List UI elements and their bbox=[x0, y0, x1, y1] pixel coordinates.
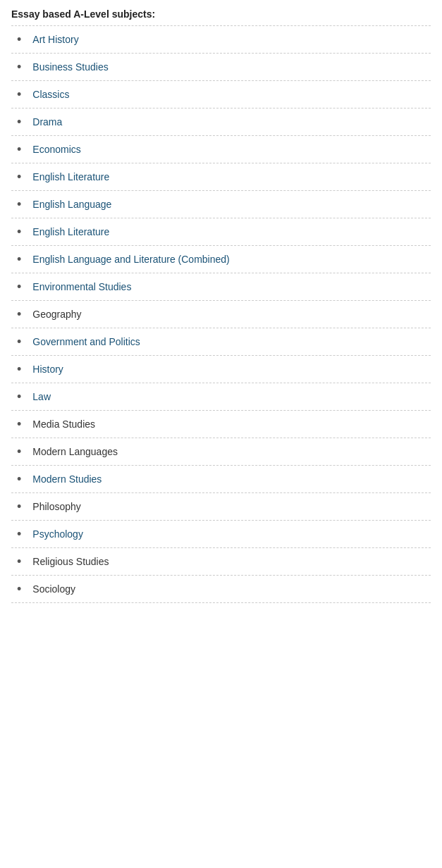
bullet-icon: • bbox=[17, 555, 21, 568]
subject-link[interactable]: Classics bbox=[32, 89, 69, 100]
bullet-icon: • bbox=[17, 143, 21, 156]
subject-link[interactable]: English Language and Literature (Combine… bbox=[32, 254, 229, 265]
list-item: •Classics bbox=[11, 81, 431, 108]
list-item: •Economics bbox=[11, 136, 431, 163]
subject-text: Modern Languages bbox=[32, 446, 118, 457]
bullet-icon: • bbox=[17, 61, 21, 73]
bullet-icon: • bbox=[17, 445, 21, 458]
bullet-icon: • bbox=[17, 116, 21, 128]
list-item: •English Language bbox=[11, 191, 431, 218]
bullet-icon: • bbox=[17, 88, 21, 101]
list-item: •English Literature bbox=[11, 163, 431, 191]
subject-link[interactable]: Modern Studies bbox=[32, 473, 102, 485]
list-item: •Environmental Studies bbox=[11, 273, 431, 301]
bullet-icon: • bbox=[17, 335, 21, 348]
list-item: •Drama bbox=[11, 108, 431, 136]
list-item: •Business Studies bbox=[11, 54, 431, 81]
list-item: •Art History bbox=[11, 25, 431, 54]
list-item: •Media Studies bbox=[11, 411, 431, 438]
list-item: •Religious Studies bbox=[11, 548, 431, 576]
subject-text: Geography bbox=[32, 309, 81, 320]
list-item: •Modern Studies bbox=[11, 466, 431, 493]
list-item: •Sociology bbox=[11, 576, 431, 603]
bullet-icon: • bbox=[17, 583, 21, 595]
subject-link[interactable]: Drama bbox=[32, 116, 62, 128]
main-container: Essay based A-Level subjects: •Art Histo… bbox=[0, 0, 442, 612]
subject-link[interactable]: Economics bbox=[32, 144, 80, 155]
subject-text: Sociology bbox=[32, 583, 75, 595]
subject-link[interactable]: Government and Politics bbox=[32, 336, 140, 347]
list-item: •Geography bbox=[11, 301, 431, 328]
bullet-icon: • bbox=[17, 170, 21, 183]
bullet-icon: • bbox=[17, 390, 21, 403]
list-item: •Philosophy bbox=[11, 493, 431, 521]
subject-link[interactable]: Environmental Studies bbox=[32, 281, 131, 292]
bullet-icon: • bbox=[17, 225, 21, 238]
bullet-icon: • bbox=[17, 528, 21, 540]
subject-link[interactable]: Art History bbox=[32, 34, 78, 45]
subject-text: Philosophy bbox=[32, 501, 81, 512]
subject-text: Religious Studies bbox=[32, 556, 109, 567]
list-item: •Psychology bbox=[11, 521, 431, 548]
bullet-icon: • bbox=[17, 473, 21, 485]
list-item: •English Literature bbox=[11, 218, 431, 246]
subject-link[interactable]: Psychology bbox=[32, 528, 83, 540]
subject-link[interactable]: English Literature bbox=[32, 226, 109, 237]
list-item: •Government and Politics bbox=[11, 328, 431, 356]
page-heading: Essay based A-Level subjects: bbox=[11, 8, 431, 20]
subject-list: •Art History•Business Studies•Classics•D… bbox=[11, 25, 431, 603]
subject-text: Media Studies bbox=[32, 418, 95, 430]
bullet-icon: • bbox=[17, 198, 21, 211]
bullet-icon: • bbox=[17, 33, 21, 46]
bullet-icon: • bbox=[17, 280, 21, 293]
subject-link[interactable]: Business Studies bbox=[32, 61, 108, 73]
bullet-icon: • bbox=[17, 500, 21, 513]
bullet-icon: • bbox=[17, 363, 21, 376]
bullet-icon: • bbox=[17, 308, 21, 321]
subject-link[interactable]: History bbox=[32, 364, 63, 375]
list-item: •Modern Languages bbox=[11, 438, 431, 466]
list-item: •English Language and Literature (Combin… bbox=[11, 246, 431, 273]
subject-link[interactable]: Law bbox=[32, 391, 51, 402]
list-item: •History bbox=[11, 356, 431, 383]
list-item: •Law bbox=[11, 383, 431, 411]
bullet-icon: • bbox=[17, 418, 21, 430]
subject-link[interactable]: English Language bbox=[32, 199, 111, 210]
subject-link[interactable]: English Literature bbox=[32, 171, 109, 182]
bullet-icon: • bbox=[17, 253, 21, 266]
